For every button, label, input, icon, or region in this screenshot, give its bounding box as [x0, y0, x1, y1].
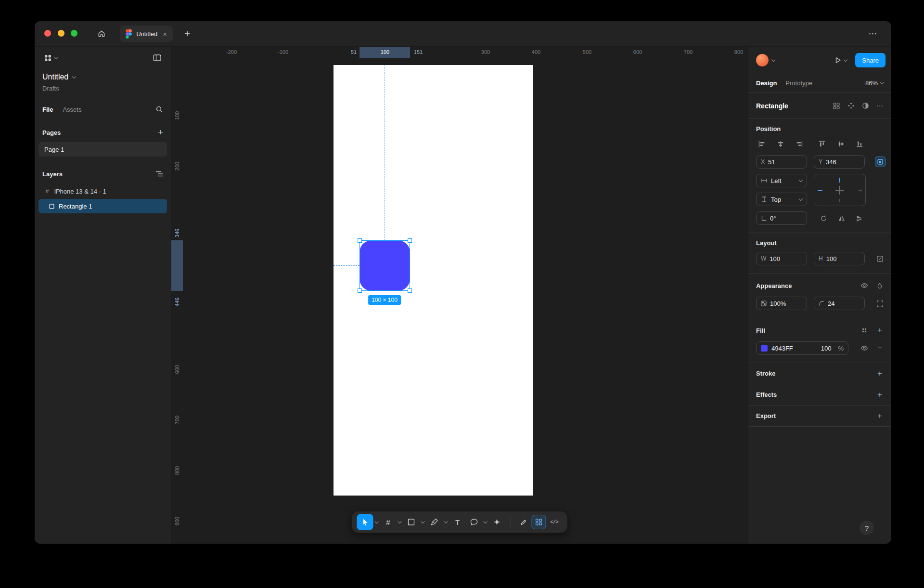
draw-mode-button[interactable] — [515, 514, 532, 530]
size-row: W 100 H 100 — [756, 252, 886, 265]
layers-filter-button[interactable] — [155, 170, 163, 177]
apply-style-button[interactable] — [831, 100, 842, 112]
window-more-button[interactable]: ⋯ — [865, 26, 881, 41]
y-position-field[interactable]: Y 346 — [814, 155, 865, 169]
frame-tool-chevron[interactable] — [397, 514, 403, 530]
move-tool-button[interactable] — [357, 514, 373, 530]
fullscreen-window-button[interactable] — [71, 30, 77, 37]
canvas[interactable]: iPhone 13 & 14 - 1 100 × 100 -200 -100 5… — [171, 47, 748, 544]
close-tab-icon[interactable]: × — [162, 30, 168, 38]
figma-window: Untitled × + ⋯ Untitled Drafts — [35, 21, 891, 544]
aspect-ratio-lock-button[interactable] — [874, 253, 886, 264]
text-tool-button[interactable]: T — [449, 514, 466, 530]
horizontal-ruler[interactable]: -200 -100 51 100 151 300 400 500 600 700… — [171, 47, 748, 58]
visibility-button[interactable] — [859, 280, 870, 291]
constraint-bottom[interactable] — [839, 199, 840, 202]
ruler-label: 800 — [174, 466, 180, 475]
blend-mode-button[interactable] — [874, 280, 886, 291]
shape-tool-button[interactable] — [403, 514, 420, 530]
layer-item-frame[interactable]: # iPhone 13 & 14 - 1 — [38, 184, 167, 198]
x-position-field[interactable]: X 51 — [756, 155, 807, 169]
shape-tool-chevron[interactable] — [420, 514, 426, 530]
add-fill-button[interactable]: + — [874, 325, 886, 336]
flip-vertical-button[interactable] — [853, 212, 865, 224]
present-button[interactable] — [834, 56, 847, 64]
close-window-button[interactable] — [44, 30, 51, 37]
fill-color-field[interactable]: 4943FF 100 % — [756, 341, 848, 355]
align-top-button[interactable] — [816, 138, 828, 150]
tab-prototype[interactable]: Prototype — [785, 79, 812, 87]
actions-button[interactable] — [489, 514, 505, 530]
more-options-button[interactable]: ⋯ — [874, 100, 886, 112]
absolute-position-toggle[interactable] — [875, 157, 886, 167]
vertical-constraint-value: Top — [771, 196, 781, 203]
add-effect-button[interactable]: + — [874, 389, 886, 401]
rotate-button[interactable] — [818, 212, 829, 224]
pen-icon — [431, 518, 438, 526]
home-button[interactable] — [94, 26, 109, 41]
fill-swatch[interactable] — [761, 345, 768, 352]
toggle-fill-visibility-button[interactable] — [859, 342, 870, 354]
constraints-widget[interactable] — [814, 174, 866, 206]
add-stroke-button[interactable]: + — [874, 368, 886, 379]
help-button[interactable]: ? — [860, 521, 874, 535]
frame-tool-button[interactable]: # — [380, 514, 397, 530]
resize-handle-se[interactable] — [408, 288, 412, 293]
align-horizontal-center-button[interactable] — [775, 138, 786, 150]
height-label: H — [819, 255, 823, 262]
align-vertical-center-button[interactable] — [835, 138, 847, 150]
eye-icon — [860, 282, 868, 289]
new-tab-button[interactable]: + — [180, 26, 195, 41]
tab-assets[interactable]: Assets — [63, 106, 81, 113]
zoom-control[interactable]: 86% — [865, 79, 884, 87]
page-item[interactable]: Page 1 — [38, 142, 167, 157]
horizontal-constraint-select[interactable]: Left — [756, 174, 807, 187]
align-right-button[interactable] — [794, 138, 805, 150]
main-menu-button[interactable] — [41, 52, 61, 65]
file-location: Drafts — [35, 81, 171, 92]
remove-fill-button[interactable]: − — [874, 342, 886, 354]
pen-tool-chevron[interactable] — [443, 514, 449, 530]
resize-handle-ne[interactable] — [408, 238, 412, 243]
minimize-window-button[interactable] — [58, 30, 64, 37]
toggle-sidebar-button[interactable] — [150, 52, 164, 64]
layer-item-rectangle[interactable]: Rectangle 1 — [38, 199, 167, 213]
corner-radius-field[interactable]: 24 — [814, 297, 865, 310]
move-tool-chevron[interactable] — [373, 514, 380, 530]
tab-file[interactable]: File — [42, 106, 53, 113]
resize-handle-nw[interactable] — [358, 238, 362, 243]
pen-tool-button[interactable] — [426, 514, 443, 530]
align-bottom-button[interactable] — [854, 138, 865, 150]
file-name-row[interactable]: Untitled — [35, 69, 171, 81]
align-left-button[interactable] — [756, 138, 768, 150]
constraint-top-active[interactable] — [839, 178, 840, 183]
sidebar-top-row — [35, 47, 171, 69]
create-component-button[interactable] — [845, 100, 857, 112]
height-field[interactable]: H 100 — [814, 252, 865, 265]
fill-styles-button[interactable] — [859, 325, 870, 336]
avatar[interactable] — [756, 54, 769, 66]
opacity-field[interactable]: 100% — [756, 297, 807, 310]
comment-tool-button[interactable] — [466, 514, 482, 530]
constraint-left-active[interactable] — [818, 190, 822, 191]
chevron-down-icon[interactable] — [771, 57, 775, 61]
mask-button[interactable] — [860, 100, 871, 112]
vertical-ruler[interactable]: 100 200 346 446 600 700 800 900 — [171, 47, 183, 544]
constraint-right[interactable] — [859, 190, 862, 191]
add-export-button[interactable]: + — [874, 410, 886, 422]
vertical-constraint-select[interactable]: Top — [756, 193, 807, 206]
comment-tool-chevron[interactable] — [482, 514, 489, 530]
flip-horizontal-button[interactable] — [835, 212, 847, 224]
add-page-button[interactable]: + — [158, 128, 163, 138]
document-tab[interactable]: Untitled × — [120, 26, 173, 42]
rotation-field[interactable]: 0° — [756, 211, 807, 225]
resize-handle-sw[interactable] — [358, 288, 362, 293]
code-mode-button[interactable]: </> — [546, 514, 563, 530]
width-field[interactable]: W 100 — [756, 252, 807, 265]
independent-corners-button[interactable] — [874, 298, 886, 309]
tab-design[interactable]: Design — [756, 79, 777, 87]
search-button[interactable] — [155, 105, 163, 113]
dev-mode-button[interactable] — [532, 515, 546, 529]
share-button[interactable]: Share — [855, 53, 886, 67]
frame-tool-icon: # — [386, 518, 390, 526]
